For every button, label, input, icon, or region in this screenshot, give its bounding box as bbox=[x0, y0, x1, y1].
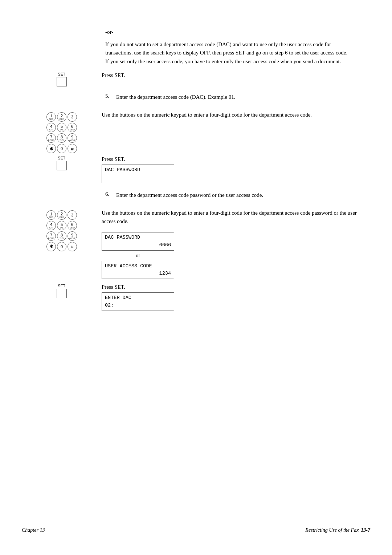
step5-item: 5. Enter the department access code (DAC… bbox=[105, 93, 348, 108]
key-hash[interactable]: # bbox=[68, 144, 77, 153]
step6-title: Enter the department access code passwor… bbox=[116, 191, 348, 199]
key-4[interactable]: 4 GHI bbox=[46, 123, 56, 132]
key-7[interactable]: 7 PQRS bbox=[46, 133, 56, 143]
key-1[interactable]: 1 ABC bbox=[46, 112, 56, 122]
key-9[interactable]: 9 WXYZ bbox=[68, 133, 77, 143]
key2-hash[interactable]: # bbox=[68, 242, 77, 251]
lcd4-line2: 02: bbox=[105, 302, 171, 309]
key2-3[interactable]: 3 bbox=[68, 210, 77, 220]
key-0-label: 0 bbox=[61, 146, 63, 151]
set-button-area-3: SET bbox=[22, 284, 102, 299]
set-button-2[interactable] bbox=[57, 161, 67, 170]
key-2-label: 2 bbox=[61, 114, 63, 118]
key2-star[interactable]: ✱ bbox=[46, 242, 56, 251]
intro-paragraph: If you do not want to set a department a… bbox=[105, 40, 348, 66]
key2-1-label: 1 bbox=[50, 212, 52, 216]
keypad-left-1: 1 ABC 2 DEF 3 4 GHI 5 JKL bbox=[22, 111, 102, 153]
set-button-3[interactable] bbox=[57, 289, 67, 298]
key2-5[interactable]: 5 JKL bbox=[57, 221, 66, 230]
step6-item: 6. Enter the department access code pass… bbox=[105, 191, 348, 206]
key2-8-label: 8 bbox=[61, 233, 63, 237]
key2-0[interactable]: 0 bbox=[57, 242, 66, 251]
keypad-right-1: Use the buttons on the numeric keypad to… bbox=[102, 111, 370, 126]
key-0[interactable]: 0 bbox=[57, 144, 66, 153]
key2-6[interactable]: 6 MNO bbox=[68, 221, 77, 230]
key-9-label: 9 bbox=[71, 135, 73, 139]
footer-page-number: 13-7 bbox=[361, 527, 370, 533]
key-3[interactable]: 3 bbox=[68, 112, 77, 122]
lcd1-line1: DAC PASSWORD bbox=[105, 166, 171, 174]
press-set-right-3: Press SET. ENTER DAC 02: bbox=[102, 284, 370, 313]
footer-section-title: Restricting Use of the Fax bbox=[305, 527, 359, 533]
press-set-label-2: Press SET. bbox=[102, 156, 370, 162]
set-label-2: SET bbox=[58, 156, 66, 160]
key2-7[interactable]: 7 PQRS bbox=[46, 231, 56, 241]
or-divider: -or- bbox=[105, 29, 348, 35]
key-7-sub: PQRS bbox=[48, 139, 54, 141]
lcd3-line2-row: 1234 bbox=[105, 270, 171, 277]
key-3-label: 3 bbox=[71, 115, 73, 119]
key2-9[interactable]: 9 WXYZ bbox=[68, 231, 77, 241]
step5-area: 5. Enter the department access code (DAC… bbox=[105, 93, 348, 108]
key2-5-label: 5 bbox=[61, 222, 63, 227]
lcd3-line1: USER ACCESS CODE bbox=[105, 263, 152, 270]
set-button-area-2: SET bbox=[22, 156, 102, 171]
key-8[interactable]: 8 TUV bbox=[57, 133, 66, 143]
step6-area: 6. Enter the department access code pass… bbox=[105, 191, 348, 206]
lcd2-line2: 6666 bbox=[159, 242, 171, 249]
step5-num: 5. bbox=[105, 93, 116, 108]
lcd3-line1-row: USER ACCESS CODE bbox=[105, 263, 171, 270]
lcd-display-2: DAC PASSWORD 6666 bbox=[102, 232, 174, 251]
press-set-label-1: Press SET. bbox=[102, 72, 370, 78]
footer-chapter: Chapter 13 bbox=[22, 527, 45, 533]
key-7-label: 7 bbox=[50, 135, 52, 139]
key-5[interactable]: 5 JKL bbox=[57, 123, 66, 132]
numeric-keypad-2: 1 ABC 2 DEF 3 4 GHI 5 JKL bbox=[46, 210, 77, 251]
key-6-label: 6 bbox=[71, 124, 73, 129]
set-button-1[interactable] bbox=[57, 77, 67, 86]
set-button-wrap-3: SET bbox=[57, 284, 67, 298]
lcd-display-1: DAC PASSWORD _ bbox=[102, 165, 174, 183]
key-2[interactable]: 2 DEF bbox=[57, 112, 66, 122]
page-footer: Chapter 13 Restricting Use of the Fax 13… bbox=[22, 525, 370, 533]
press-set-section-1: SET Press SET. bbox=[22, 72, 370, 87]
key-4-sub: GHI bbox=[49, 129, 53, 131]
key-1-sub: ABC bbox=[49, 118, 53, 120]
key2-3-label: 3 bbox=[71, 213, 73, 217]
key-2-sub: DEF bbox=[60, 118, 64, 120]
set-button-wrap-1: SET bbox=[57, 72, 67, 86]
key-8-label: 8 bbox=[61, 135, 63, 139]
key-8-sub: TUV bbox=[60, 139, 64, 141]
lcd3-line2: 1234 bbox=[159, 270, 171, 277]
key2-9-label: 9 bbox=[71, 233, 73, 237]
key2-1[interactable]: 1 ABC bbox=[46, 210, 56, 220]
step6-description: Use the buttons on the numeric keypad to… bbox=[102, 209, 370, 226]
key-9-sub: WXYZ bbox=[69, 139, 75, 141]
press-set-right-2: Press SET. DAC PASSWORD _ bbox=[102, 156, 370, 185]
step5-body-area: Enter the department access code (DAC). … bbox=[116, 93, 348, 108]
lcd2-line1: DAC PASSWORD bbox=[105, 234, 140, 241]
key2-8[interactable]: 8 TUV bbox=[57, 231, 66, 241]
press-set-text-1: Press SET. bbox=[102, 72, 370, 81]
key-star-label: ✱ bbox=[49, 146, 53, 151]
key2-2[interactable]: 2 DEF bbox=[57, 210, 66, 220]
set-button-wrap-2: SET bbox=[57, 156, 67, 170]
key2-4-label: 4 bbox=[50, 222, 52, 227]
key-6-sub: MNO bbox=[70, 129, 75, 131]
key-star[interactable]: ✱ bbox=[46, 144, 56, 153]
press-set-label-3: Press SET. bbox=[102, 284, 370, 290]
press-set-section-3: SET Press SET. ENTER DAC 02: bbox=[22, 284, 370, 313]
step5-title: Enter the department access code (DAC). … bbox=[116, 93, 348, 101]
press-set-section-2: SET Press SET. DAC PASSWORD _ bbox=[22, 156, 370, 185]
lcd4-line1: ENTER DAC bbox=[105, 294, 171, 301]
lcd-display-3: USER ACCESS CODE 1234 bbox=[102, 261, 174, 279]
set-label-3: SET bbox=[58, 284, 66, 288]
key2-4[interactable]: 4 GHI bbox=[46, 221, 56, 230]
key2-star-label: ✱ bbox=[49, 244, 53, 249]
key2-2-label: 2 bbox=[61, 212, 63, 216]
footer-right: Restricting Use of the Fax 13-7 bbox=[305, 527, 370, 533]
set-button-area-1: SET bbox=[22, 72, 102, 87]
key-6[interactable]: 6 MNO bbox=[68, 123, 77, 132]
key2-6-label: 6 bbox=[71, 222, 73, 227]
numeric-keypad-1: 1 ABC 2 DEF 3 4 GHI 5 JKL bbox=[46, 112, 77, 153]
